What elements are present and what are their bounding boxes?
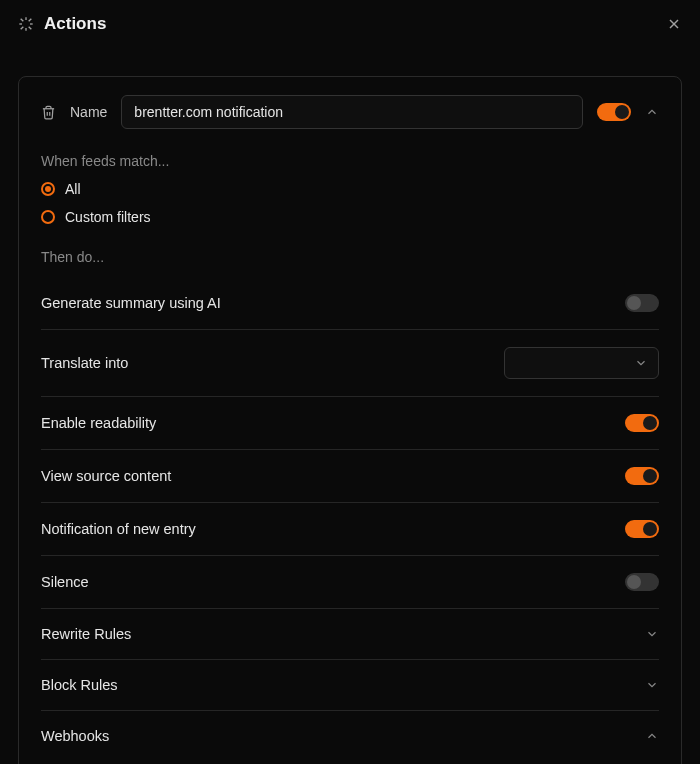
setting-readability: Enable readability: [41, 397, 659, 450]
action-name-input[interactable]: [121, 95, 583, 129]
svg-line-2: [21, 27, 24, 30]
name-label: Name: [70, 104, 107, 120]
readability-toggle[interactable]: [625, 414, 659, 432]
setting-label: Rewrite Rules: [41, 626, 131, 642]
setting-view-source: View source content: [41, 450, 659, 503]
setting-generate-summary: Generate summary using AI: [41, 277, 659, 330]
silence-toggle[interactable]: [625, 573, 659, 591]
svg-line-3: [29, 27, 32, 30]
svg-line-0: [21, 19, 24, 22]
setting-notification: Notification of new entry: [41, 503, 659, 556]
name-row: Name: [41, 95, 659, 129]
action-panel: Name When feeds match... All Custom filt…: [18, 76, 682, 764]
chevron-up-icon: [645, 729, 659, 743]
chevron-down-icon: [634, 356, 648, 370]
page-title: Actions: [44, 14, 106, 34]
setting-label: Enable readability: [41, 415, 156, 431]
setting-label: Generate summary using AI: [41, 295, 221, 311]
setting-label: Notification of new entry: [41, 521, 196, 537]
setting-label: Translate into: [41, 355, 128, 371]
trash-icon[interactable]: [41, 105, 56, 120]
translate-select[interactable]: [504, 347, 659, 379]
radio-all[interactable]: All: [41, 181, 659, 197]
chevron-down-icon: [645, 678, 659, 692]
setting-silence: Silence: [41, 556, 659, 609]
setting-translate: Translate into: [41, 330, 659, 397]
generate-summary-toggle[interactable]: [625, 294, 659, 312]
actions-icon: [18, 16, 34, 32]
chevron-down-icon: [645, 627, 659, 641]
action-enabled-toggle[interactable]: [597, 103, 631, 121]
radio-icon: [41, 210, 55, 224]
then-do-label: Then do...: [41, 249, 659, 265]
setting-label: Silence: [41, 574, 89, 590]
radio-custom[interactable]: Custom filters: [41, 209, 659, 225]
setting-label: View source content: [41, 468, 171, 484]
setting-label: Block Rules: [41, 677, 118, 693]
radio-all-label: All: [65, 181, 81, 197]
when-feeds-match-label: When feeds match...: [41, 153, 659, 169]
setting-webhooks[interactable]: Webhooks: [41, 711, 659, 761]
radio-custom-label: Custom filters: [65, 209, 151, 225]
header: Actions: [0, 0, 700, 48]
setting-rewrite-rules[interactable]: Rewrite Rules: [41, 609, 659, 660]
setting-label: Webhooks: [41, 728, 109, 744]
notification-toggle[interactable]: [625, 520, 659, 538]
radio-icon: [41, 182, 55, 196]
collapse-icon[interactable]: [645, 105, 659, 119]
svg-line-1: [29, 19, 32, 22]
setting-block-rules[interactable]: Block Rules: [41, 660, 659, 711]
view-source-toggle[interactable]: [625, 467, 659, 485]
close-icon[interactable]: [666, 16, 682, 32]
header-left: Actions: [18, 14, 106, 34]
